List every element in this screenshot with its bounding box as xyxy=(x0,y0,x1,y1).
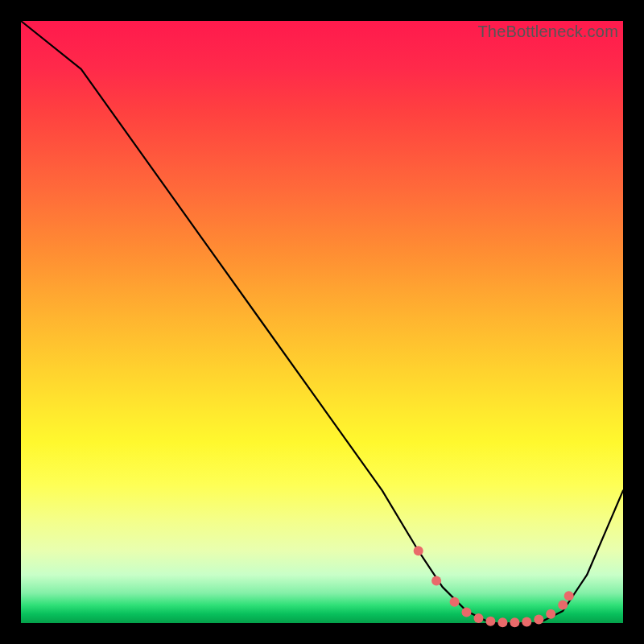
marker-dot xyxy=(485,617,495,626)
marker-dot xyxy=(558,601,568,610)
marker-dot xyxy=(534,615,543,625)
marker-dot xyxy=(546,609,555,619)
marker-dot xyxy=(564,591,574,601)
bottleneck-curve xyxy=(21,21,623,623)
plot-frame: TheBottleneck.com xyxy=(21,21,623,623)
marker-dot xyxy=(431,576,441,586)
marker-dot xyxy=(497,617,507,627)
marker-dot xyxy=(474,613,484,623)
marker-dot xyxy=(450,597,460,607)
marker-dot xyxy=(414,546,423,555)
chart-svg xyxy=(21,21,623,623)
marker-group xyxy=(414,546,574,627)
marker-dot xyxy=(462,608,472,617)
marker-dot xyxy=(522,617,531,627)
marker-dot xyxy=(510,617,519,627)
